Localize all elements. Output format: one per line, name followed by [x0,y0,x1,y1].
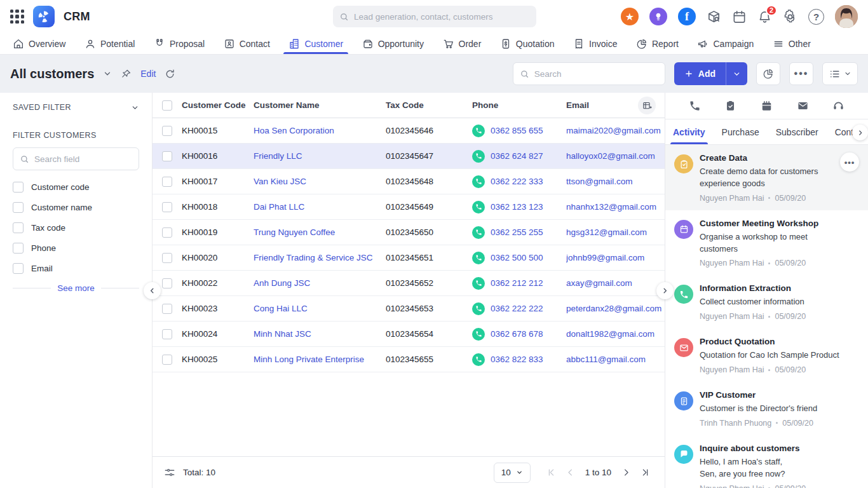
row-checkbox[interactable] [162,227,172,238]
add-column-button[interactable] [638,97,656,114]
filter-option-email[interactable]: Email [13,263,139,274]
panel-tab-activity[interactable]: Activity [673,119,705,144]
tab-campaign[interactable]: Campaign [696,33,755,54]
checkbox[interactable] [13,263,24,274]
tab-overview[interactable]: Overview [11,33,67,54]
email-link[interactable]: hgsg312@gmail.com [566,227,665,237]
table-row[interactable]: KH00024Minh Nhat JSC01023456540362 678 6… [153,322,665,347]
column-header[interactable]: Customer Code [182,100,254,110]
apps-grid-icon[interactable] [10,10,24,24]
column-header[interactable]: Phone [472,100,566,110]
notifications-icon[interactable]: 2 [757,10,772,24]
column-header[interactable]: Customer Name [254,100,386,110]
refresh-icon[interactable] [165,69,175,79]
customer-name-link[interactable]: Trung Nguyen Coffee [254,227,386,237]
row-checkbox[interactable] [162,177,172,187]
view-dropdown-icon[interactable] [103,69,112,78]
select-all-checkbox[interactable] [162,100,172,111]
email-link[interactable]: abbc111@gmail.com [566,355,665,364]
filter-option-tax-code[interactable]: Tax code [13,222,139,233]
tab-invoice[interactable]: Invoice [572,33,618,54]
customer-name-link[interactable]: Friendly LLC [254,151,386,161]
row-checkbox[interactable] [162,126,172,136]
table-row[interactable]: KH00016Friendly LLC01023456470362 624 82… [153,144,665,169]
scroll-right-button[interactable] [656,282,674,299]
edit-link[interactable]: Edit [140,69,156,79]
customer-name-link[interactable]: Minh Nhat JSC [254,329,386,339]
see-more-link[interactable]: See more [57,283,95,293]
row-checkbox[interactable] [162,253,172,263]
phone-cell[interactable]: 0362 624 827 [472,150,566,163]
first-page-button[interactable] [543,464,560,481]
table-row[interactable]: KH00015Hoa Sen Corporation01023456460362… [153,118,665,144]
checkbox[interactable] [13,182,24,193]
column-header[interactable]: Tax Code [386,100,472,110]
list-search-input[interactable] [534,69,658,79]
activity-item[interactable]: Inquire about customersHello, I am Hoa's… [665,435,868,488]
email-link[interactable]: donalt1982@gmai.com [566,329,665,339]
scroll-left-button[interactable] [144,282,161,299]
tab-report[interactable]: Report [635,33,680,54]
crm-logo-icon[interactable] [33,6,55,27]
customer-name-link[interactable]: Hoa Sen Corporation [254,126,386,135]
meeting-icon[interactable] [761,100,773,112]
email-link[interactable]: peterdanx28@gmail.com [566,304,665,313]
checkbox[interactable] [13,202,24,213]
idea-icon[interactable] [649,8,667,25]
row-checkbox[interactable] [162,355,172,365]
phone-cell[interactable]: 0362 123 123 [472,201,566,214]
help-icon[interactable]: ? [808,9,824,25]
tasks-icon[interactable] [724,100,736,112]
tab-quotation[interactable]: Quotation [499,33,556,54]
prev-page-button[interactable] [562,464,579,481]
email-link[interactable]: maimai2020@gmail.com [566,126,665,135]
checkbox[interactable] [13,243,24,254]
customer-name-link[interactable]: Minh Long Private Enterprise [254,355,386,364]
customer-name-link[interactable]: Cong Hai LLC [254,304,386,313]
saved-filter-toggle[interactable]: SAVED FILTER [13,103,139,112]
add-button[interactable]: Add [674,62,747,85]
tab-potential[interactable]: Potential [83,33,136,54]
star-icon[interactable]: ★ [621,8,639,25]
call-icon[interactable] [689,100,701,112]
tab-other[interactable]: Other [771,33,812,54]
row-checkbox[interactable] [162,202,172,212]
phone-cell[interactable]: 0362 212 212 [472,277,566,290]
table-row[interactable]: KH00023Cong Hai LLC01023456530362 222 22… [153,296,665,322]
layout-switch-button[interactable] [822,62,858,85]
panel-tab-purchase[interactable]: Purchase [722,119,759,144]
activity-item[interactable]: VIP CustomerCustomer is the Director's f… [665,382,868,435]
table-row[interactable]: KH00019Trung Nguyen Coffee01023456500362… [153,220,665,245]
customer-name-link[interactable]: Van Kieu JSC [254,177,386,186]
filter-settings-icon[interactable] [164,467,175,478]
email-link[interactable]: johnb99@gmail.com [566,253,665,262]
phone-cell[interactable]: 0362 500 500 [472,252,566,264]
table-row[interactable]: KH00017Van Kieu JSC01023456480362 222 33… [153,169,665,194]
next-page-button[interactable] [618,464,634,481]
tab-customer[interactable]: Customer [287,33,344,54]
table-row[interactable]: KH00025Minh Long Private Enterprise01023… [153,347,665,372]
phone-cell[interactable]: 0362 822 833 [472,353,566,366]
row-checkbox[interactable] [162,151,172,161]
chart-view-button[interactable] [756,62,780,85]
filter-option-customer-code[interactable]: Customer code [13,182,139,193]
customer-name-link[interactable]: Dai Phat LLC [254,202,386,212]
phone-cell[interactable]: 0362 678 678 [472,328,566,341]
row-checkbox[interactable] [162,304,172,314]
list-search[interactable] [513,62,665,85]
email-link[interactable]: nhanhx132@gmail.com [566,202,665,212]
activity-item[interactable]: Customer Meeting WorkshopOrganise a work… [665,210,868,276]
field-search[interactable] [13,147,139,170]
customer-name-link[interactable]: Anh Dung JSC [254,278,386,288]
email-link[interactable]: axay@gmail.com [566,278,665,288]
settings-icon[interactable] [783,10,797,24]
panel-tab-subscriber[interactable]: Subscriber [776,119,818,144]
tab-contact[interactable]: Contact [222,33,271,54]
mail-icon[interactable] [797,100,809,112]
activity-more-button[interactable]: ••• [840,152,859,172]
panel-tabs-scroll-button[interactable] [852,125,868,140]
email-link[interactable]: ttson@gmail.com [566,177,665,186]
table-row[interactable]: KH00020Friendly Trading & Service JSC010… [153,245,665,271]
facebook-icon[interactable]: f [678,8,696,25]
add-dropdown-button[interactable] [726,62,747,85]
